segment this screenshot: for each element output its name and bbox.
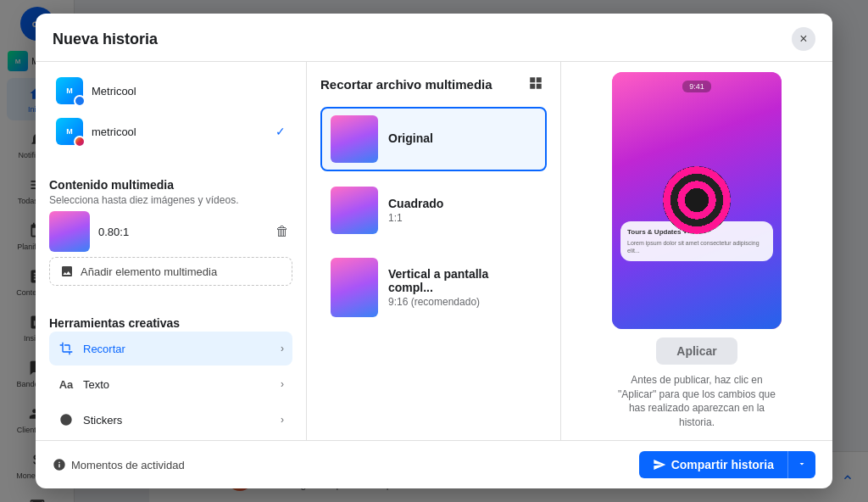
- account-name-ig: metricool: [92, 126, 136, 138]
- account-selector: M Metricool M metricool ✓: [49, 72, 292, 150]
- chevron-right-icon-recortar: ›: [281, 343, 284, 354]
- crop-option-original[interactable]: Original: [320, 107, 547, 171]
- tool-item-recortar[interactable]: Recortar ›: [49, 332, 292, 365]
- tool-recortar-label: Recortar: [83, 343, 272, 355]
- add-media-button[interactable]: Añadir elemento multimedia: [49, 257, 292, 286]
- chevron-right-icon-texto: ›: [281, 378, 284, 390]
- crop-option-vertical-name: Vertical a pantalla compl...: [388, 267, 537, 294]
- crop-option-vertical[interactable]: Vertical a pantalla compl... 9:16 (recom…: [320, 249, 547, 326]
- crop-option-cuadrado-ratio: 1:1: [388, 212, 443, 224]
- crop-icon: [58, 340, 75, 357]
- crop-thumb-original: [331, 115, 378, 163]
- info-icon: [53, 458, 66, 471]
- crop-option-vertical-info: Vertical a pantalla compl... 9:16 (recom…: [388, 267, 537, 308]
- send-icon: [653, 458, 666, 471]
- modal-footer: Momentos de actividad Compartir historia: [36, 440, 832, 488]
- modal-middle-panel: Recortar archivo multimedia Original: [307, 62, 561, 440]
- media-ratio: 0.80:1: [98, 226, 129, 238]
- media-thumbnail-row: 0.80:1 🗑: [49, 206, 292, 257]
- image-icon: [60, 265, 74, 278]
- media-thumbnail: [49, 211, 90, 252]
- media-section-subtitle: Selecciona hasta diez imágenes y vídeos.: [49, 194, 292, 206]
- text-icon: Aa: [58, 376, 75, 393]
- share-story-button[interactable]: Compartir historia: [639, 451, 787, 478]
- activity-text: Momentos de actividad: [71, 459, 185, 471]
- account-avatar-ig: M: [56, 118, 83, 145]
- account-name-fb: Metricool: [92, 85, 136, 98]
- ig-badge: [74, 136, 86, 148]
- crop-option-original-info: Original: [388, 131, 433, 147]
- crop-option-cuadrado[interactable]: Cuadrado 1:1: [320, 178, 547, 243]
- tool-item-stickers[interactable]: Stickers ›: [49, 403, 292, 437]
- fb-badge: [74, 95, 86, 107]
- crop-option-cuadrado-info: Cuadrado 1:1: [388, 197, 443, 224]
- media-section-title: Contenido multimedia: [49, 178, 174, 192]
- creative-tools-title: Herramientas creativas: [49, 316, 292, 330]
- media-section: Contenido multimedia Selecciona hasta di…: [49, 177, 292, 286]
- crop-header: Recortar archivo multimedia: [320, 72, 547, 97]
- tool-stickers-label: Stickers: [83, 414, 272, 427]
- share-btn-group: Compartir historia: [639, 451, 815, 478]
- add-media-label: Añadir elemento multimedia: [81, 265, 217, 278]
- tool-item-texto[interactable]: Aa Texto ›: [49, 367, 292, 401]
- crop-thumb-vertical: [331, 258, 378, 317]
- modal-right-panel: 9:41 Tours & Updates ✓ Lorem ipsum dolor…: [561, 62, 832, 440]
- crop-option-cuadrado-name: Cuadrado: [388, 197, 443, 210]
- grid-icon: [528, 75, 543, 91]
- account-item-ig[interactable]: M metricool ✓: [49, 113, 292, 150]
- nueva-historia-modal: Nueva historia × M Metricool: [36, 14, 832, 488]
- modal-close-button[interactable]: ×: [792, 27, 815, 51]
- crop-layout-toggle[interactable]: [525, 72, 547, 97]
- modal-body: M Metricool M metricool ✓: [36, 62, 832, 440]
- preview-image: 9:41 Tours & Updates ✓ Lorem ipsum dolor…: [612, 72, 782, 329]
- modal-title: Nueva historia: [53, 31, 158, 48]
- modal-overlay: Nueva historia × M Metricool: [0, 0, 868, 502]
- share-dropdown-button[interactable]: [787, 451, 815, 478]
- tool-texto-label: Texto: [83, 378, 272, 391]
- account-avatar-fb: M: [56, 77, 83, 104]
- apply-button[interactable]: Aplicar: [656, 337, 737, 365]
- crop-panel-title: Recortar archivo multimedia: [320, 77, 492, 92]
- activity-label: Momentos de actividad: [53, 458, 185, 471]
- crop-option-vertical-ratio: 9:16 (recomendado): [388, 296, 537, 308]
- account-item-fb[interactable]: M Metricool: [49, 72, 292, 109]
- modal-left-panel: M Metricool M metricool ✓: [36, 62, 307, 440]
- crop-option-original-name: Original: [388, 131, 433, 145]
- chevron-right-icon-stickers: ›: [281, 414, 284, 426]
- stickers-icon: [58, 411, 75, 428]
- delete-media-button[interactable]: 🗑: [272, 220, 292, 243]
- check-icon: ✓: [275, 125, 286, 138]
- chevron-down-icon: [797, 459, 807, 469]
- creative-tools-section: Herramientas creativas Recortar › Aa: [49, 313, 292, 437]
- preview-note: Antes de publicar, haz clic en "Aplicar"…: [612, 373, 782, 430]
- share-story-label: Compartir historia: [671, 458, 774, 471]
- crop-thumb-cuadrado: [331, 187, 378, 234]
- modal-header: Nueva historia ×: [36, 14, 832, 62]
